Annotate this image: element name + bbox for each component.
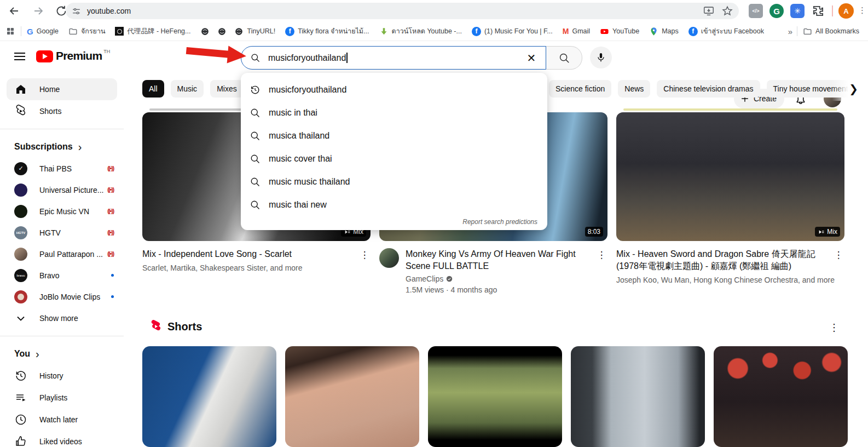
search-icon [558,52,570,64]
channel-avatar[interactable] [379,248,399,268]
text-caret [346,53,348,63]
extension-grammarly-icon[interactable]: G [769,4,784,18]
video-byline[interactable]: Scarlet, Martika, Shakespears Sister, an… [142,262,371,273]
video-byline[interactable]: Joseph Koo, Wu Man, Hong Kong Chinese Or… [616,274,844,285]
sidebar-channel-epic-music-vn[interactable]: Epic Music VN ((•)) [0,200,124,222]
filter-chips-right: Science fiction News Chinese television … [549,80,868,98]
suggestion-item[interactable]: musica thailand [241,124,547,147]
bookmark-gmail[interactable]: MGmail [563,27,590,36]
facebook-icon: f [688,27,698,36]
sidebar-channel-joblo[interactable]: JoBlo Movie Clips [0,286,124,307]
bookmark-hefeng[interactable]: 代理品牌 - HeFeng... [115,27,190,36]
sidebar-item-history[interactable]: History [7,365,117,387]
bookmark-google[interactable]: GGoogle [27,27,59,36]
chip-news[interactable]: News [618,80,650,98]
chip-music[interactable]: Music [171,80,204,98]
channel-avatar: HGTV [14,226,27,239]
voice-search-button[interactable] [590,47,612,68]
gmail-icon: M [563,27,569,36]
channel-avatar [14,205,27,218]
video-channel[interactable]: GameClips [406,274,607,283]
chevron-down-icon [14,312,27,325]
sidebar-item-playlists[interactable]: Playlists [7,387,117,409]
short-thumbnail[interactable] [142,346,276,447]
search-button[interactable] [546,46,582,70]
clear-search-icon[interactable]: ✕ [525,51,538,65]
suggestion-item[interactable]: musicforyouthailand [241,78,547,101]
url-text[interactable]: youtube.com [87,7,696,15]
you-header[interactable]: You› [0,343,124,365]
suggestion-item[interactable]: music cover thai [241,147,547,170]
bookmark-youtube[interactable]: YouTube [600,27,639,36]
chip-mixes[interactable]: Mixes [210,80,244,98]
short-thumbnail[interactable] [714,346,848,447]
bookmark-maps[interactable]: Maps [649,27,679,36]
all-bookmarks-button[interactable]: All Bookmarks [803,27,859,36]
browser-profile-avatar[interactable]: A [838,3,854,19]
extensions-puzzle-icon[interactable] [811,4,825,18]
address-bar[interactable]: youtube.com [66,3,739,19]
site-settings-icon[interactable] [71,6,82,16]
bookmark-facebook-login[interactable]: fเข้าสู่ระบบ Facebook [688,26,764,37]
forward-icon[interactable] [32,4,45,18]
video-title[interactable]: Mix - Heaven Sword and Dragon Sabre 倚天屠龍… [616,248,844,272]
short-thumbnail[interactable] [285,346,419,447]
live-badge-icon: ((•)) [107,208,114,214]
suggestion-item[interactable]: music thai new [241,193,547,216]
back-icon[interactable] [8,4,21,18]
bookmark-tikky-flora[interactable]: fTikky flora จำหน่ายไม้... [285,26,369,37]
search-icon [250,130,261,141]
sidebar-channel-thai-pbs[interactable]: ✓ Thai PBS ((•)) [0,158,124,179]
folder-icon [68,27,78,36]
shorts-section-menu-icon[interactable]: ⋮ [828,322,841,333]
browser-menu-icon[interactable]: ⋮ [858,5,866,15]
video-menu-icon[interactable]: ⋮ [595,249,607,260]
apps-grid-icon[interactable] [5,26,15,36]
bookmark-download-youtube[interactable]: ดาวน์โหลด Youtube -... [379,26,462,37]
suggestion-item[interactable]: music in thai [241,101,547,124]
bookmark-globe-icon[interactable] [217,27,227,36]
short-thumbnail[interactable] [428,346,562,447]
guide-menu-icon[interactable] [14,51,25,62]
sidebar-channel-universal[interactable]: Universal Picture... ((•)) [0,179,124,200]
search-icon [250,53,261,63]
sidebar-channel-hgtv[interactable]: HGTV HGTV ((•)) [0,222,124,243]
suggestion-item[interactable]: music music thailand [241,170,547,193]
sidebar-item-shorts[interactable]: Shorts [7,100,117,122]
bookmark-folder[interactable]: จักรยาน [68,26,106,37]
bookmark-music-for-you[interactable]: f(1) Music For You | F... [472,27,553,36]
sidebar-show-more[interactable]: Show more [7,307,117,329]
short-thumbnail[interactable] [571,346,705,447]
sidebar-channel-bravo[interactable]: bravo Bravo [0,265,124,286]
sidebar-item-liked-videos[interactable]: Liked videos [7,431,117,447]
subscriptions-header[interactable]: Subscriptions› [0,136,124,158]
video-menu-icon[interactable]: ⋮ [358,249,371,260]
verified-badge-icon [445,275,453,283]
video-menu-icon[interactable]: ⋮ [832,249,844,260]
chevron-right-icon: › [78,141,82,153]
extension-code-icon[interactable]: </> [749,4,763,18]
chip-chinese-tv-dramas[interactable]: Chinese television dramas [657,80,760,98]
chip-science-fiction[interactable]: Science fiction [549,80,611,98]
sidebar-channel-paul-pattarapon[interactable]: Paul Pattarapon ... ((•)) [0,243,124,265]
mix-badge: Mix [815,227,840,237]
extension-settings-icon[interactable]: ✳ [790,4,805,18]
bookmarks-overflow-chevron[interactable]: » [788,27,791,36]
install-app-icon[interactable] [703,5,715,17]
chips-scroll-right[interactable]: ❯ [832,77,868,101]
search-icon [250,107,261,118]
search-input[interactable]: musicforyouthailand ✕ [241,46,546,70]
bookmark-globe-icon[interactable] [200,27,210,36]
youtube-premium-logo[interactable]: Premium TH [36,49,110,62]
bookmark-star-icon[interactable] [721,5,733,17]
folder-icon [803,27,812,36]
sidebar-item-home[interactable]: Home [7,78,117,100]
report-search-predictions-link[interactable]: Report search predictions [462,218,537,226]
sidebar-item-watch-later[interactable]: Watch later [7,409,117,431]
video-title[interactable]: Mix - Independent Love Song - Scarlet [142,248,371,260]
bookmark-tinyurl[interactable]: TinyURL! [234,27,275,36]
video-title[interactable]: Monkey King Vs Army Of Heaven War Fight … [406,248,607,272]
history-icon [250,84,261,95]
video-thumbnail[interactable]: Mix [616,112,844,241]
chip-all[interactable]: All [142,80,164,98]
